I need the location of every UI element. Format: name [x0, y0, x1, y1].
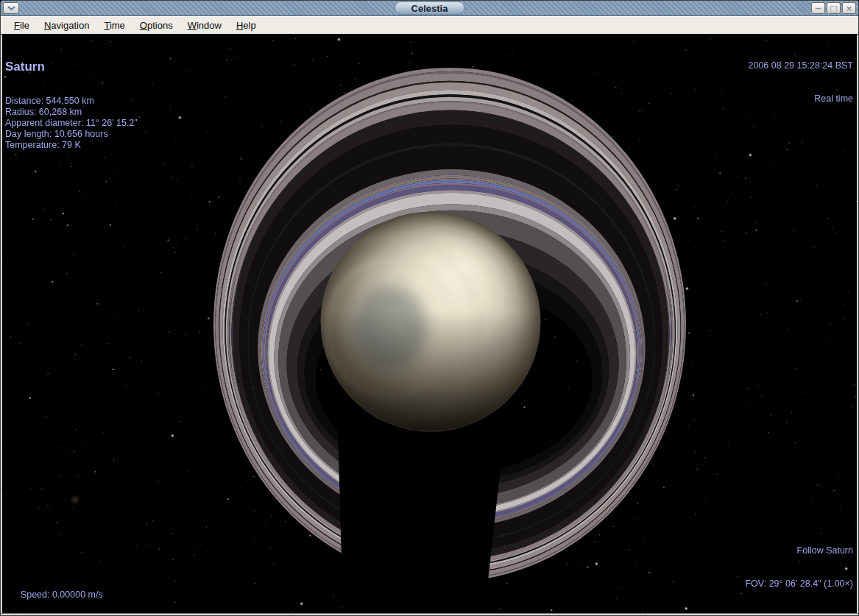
menu-item-file[interactable]: File	[7, 19, 37, 32]
menu-item-window[interactable]: Window	[180, 19, 229, 32]
minimize-button[interactable]: −	[811, 2, 825, 14]
maximize-icon: □	[830, 4, 837, 13]
window-bottom-frame	[1, 613, 858, 615]
object-info-line: Radius: 60,268 km	[5, 107, 138, 118]
follow-text: Follow Saturn	[745, 545, 853, 556]
minimize-icon: −	[815, 4, 821, 13]
object-info-line: Distance: 544,550 km	[5, 96, 138, 107]
menu-item-time[interactable]: Time	[96, 19, 132, 32]
time-mode-text: Real time	[749, 93, 853, 105]
close-icon: ×	[846, 4, 852, 13]
menu-item-options[interactable]: Options	[132, 19, 180, 32]
chevron-down-icon	[7, 6, 15, 11]
status-panel: Follow Saturn FOV: 29° 06' 28.4" (1.00×)	[745, 523, 853, 612]
time-panel: 2006 08 29 15:28:24 BST Real time	[749, 38, 853, 127]
object-info-line: Day length: 10.656 hours	[5, 129, 138, 140]
speed-text: Speed: 0.00000 m/s	[21, 590, 103, 600]
object-info-line: Temperature: 79 K	[5, 140, 138, 151]
object-name: Saturn	[5, 60, 138, 74]
datetime-text: 2006 08 29 15:28:24 BST	[749, 60, 853, 71]
menubar: FileNavigationTimeOptionsWindowHelp	[1, 16, 858, 35]
space-viewport[interactable]: Saturn Distance: 544,550 kmRadius: 60,26…	[2, 35, 857, 613]
window-menu-button[interactable]	[3, 2, 19, 14]
window-controls: − □ ×	[811, 2, 856, 14]
object-info-line: Apparent diameter: 11° 26' 15.2"	[5, 118, 138, 129]
planet-shadow	[337, 402, 508, 613]
celestia-window: Celestia − □ × FileNavigationTimeOptions…	[0, 0, 859, 616]
object-info-lines: Distance: 544,550 kmRadius: 60,268 kmApp…	[5, 96, 138, 151]
maximize-button[interactable]: □	[827, 2, 841, 14]
close-button[interactable]: ×	[842, 2, 856, 14]
menu-item-navigation[interactable]: Navigation	[37, 19, 96, 32]
object-info-panel: Saturn Distance: 544,550 kmRadius: 60,26…	[5, 38, 138, 173]
menu-item-help[interactable]: Help	[229, 19, 264, 32]
window-title: Celestia	[395, 1, 465, 15]
titlebar[interactable]: Celestia − □ ×	[1, 1, 858, 16]
fov-text: FOV: 29° 06' 28.4" (1.00×)	[745, 578, 853, 590]
speed-panel: Speed: 0.00000 m/s	[5, 578, 103, 612]
